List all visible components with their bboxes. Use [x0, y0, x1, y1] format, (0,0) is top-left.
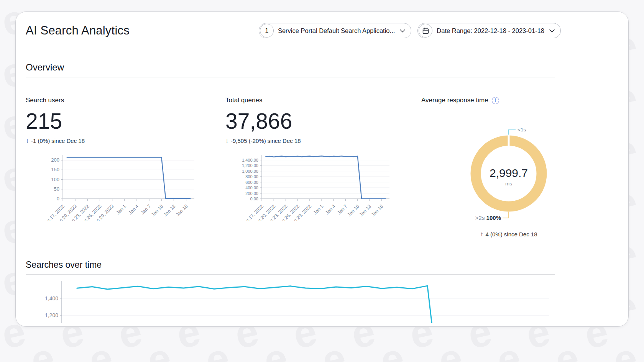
total-queries-delta-text: -9,505 (-20%) since Dec 18	[231, 138, 301, 144]
svg-text:Jan 13: Jan 13	[163, 203, 176, 217]
svg-text:200: 200	[51, 157, 59, 163]
search-application-label: Service Portal Default Search Applicatio…	[278, 27, 395, 34]
svg-text:Jan 4: Jan 4	[128, 203, 140, 216]
svg-text:1,400: 1,400	[45, 295, 58, 301]
svg-text:400.00: 400.00	[245, 185, 258, 190]
svg-text:Jan 1: Jan 1	[312, 203, 325, 216]
section-divider	[26, 274, 555, 275]
searches-over-time-title: Searches over time	[26, 260, 618, 270]
svg-text:2,999.7: 2,999.7	[490, 167, 528, 179]
search-users-trend-chart: 200150100500Dec 17, 2022Dec 20, 2022Dec …	[26, 152, 225, 221]
svg-text:0.00: 0.00	[250, 197, 258, 201]
arrow-up-icon: ↑	[480, 231, 483, 238]
svg-text:Jan 1: Jan 1	[115, 203, 127, 216]
svg-text:150: 150	[51, 167, 59, 172]
svg-text:Jan 10: Jan 10	[150, 203, 164, 217]
total-queries-card: Total queries 37,866 ↓ -9,505 (-20%) sin…	[225, 97, 421, 238]
searches-over-time-chart: 1,4001,200	[26, 278, 555, 323]
svg-text:200.00: 200.00	[245, 191, 258, 196]
avg-response-time-delta-text: 4 (0%) since Dec 18	[485, 231, 537, 238]
search-users-value: 215	[26, 110, 225, 132]
avg-response-time-header: Average response time i	[421, 97, 555, 104]
svg-text:1,200: 1,200	[45, 312, 58, 318]
dashboard-card: AI Search Analytics 1 Service Portal Def…	[15, 11, 629, 327]
svg-text:1,200.00: 1,200.00	[242, 163, 258, 168]
chevron-down-icon	[549, 29, 555, 33]
page-title: AI Search Analytics	[26, 24, 130, 38]
svg-text:>2s 100%: >2s 100%	[475, 215, 501, 221]
svg-text:Jan 10: Jan 10	[346, 203, 360, 217]
arrow-down-icon: ↓	[26, 137, 29, 144]
svg-text:Jan 13: Jan 13	[358, 203, 372, 217]
svg-text:Jan 16: Jan 16	[175, 203, 189, 217]
total-queries-label: Total queries	[225, 97, 421, 104]
overview-section: Overview Search users 215 ↓ -1 (0%) sinc…	[26, 62, 618, 238]
search-users-delta-text: -1 (0%) since Dec 18	[31, 138, 85, 144]
header-filters: 1 Service Portal Default Search Applicat…	[259, 23, 561, 38]
svg-text:1,400.00: 1,400.00	[242, 158, 258, 162]
info-icon[interactable]: i	[492, 97, 499, 104]
avg-response-time-donut-chart: <1s>2s 100%2,999.7ms	[451, 116, 566, 231]
calendar-badge	[419, 24, 432, 38]
avg-response-time-donut-wrap: <1s>2s 100%2,999.7ms	[451, 116, 566, 232]
app-count-badge: 1	[260, 24, 274, 38]
date-range-selector[interactable]: Date Range: 2022-12-18 - 2023-01-18	[417, 23, 561, 38]
arrow-down-icon: ↓	[225, 137, 228, 144]
search-users-delta: ↓ -1 (0%) since Dec 18	[26, 137, 225, 144]
searches-over-time-section: Searches over time 1,4001,200	[26, 260, 618, 323]
search-users-label: Search users	[26, 97, 225, 104]
avg-response-time-label: Average response time	[421, 97, 488, 104]
chevron-down-icon	[400, 29, 405, 33]
date-range-label: Date Range: 2022-12-18 - 2023-01-18	[437, 27, 544, 34]
svg-text:Jan 16: Jan 16	[370, 203, 384, 217]
svg-text:ms: ms	[505, 181, 512, 187]
section-divider	[26, 77, 555, 77]
overview-section-title: Overview	[26, 62, 618, 73]
svg-text:1,000.00: 1,000.00	[242, 169, 258, 174]
search-users-card: Search users 215 ↓ -1 (0%) since Dec 18 …	[26, 97, 225, 238]
svg-text:100: 100	[51, 177, 59, 182]
svg-text:0: 0	[57, 196, 59, 201]
search-application-selector[interactable]: 1 Service Portal Default Search Applicat…	[259, 23, 411, 38]
svg-text:600.00: 600.00	[245, 180, 258, 185]
svg-text:50: 50	[54, 186, 59, 192]
svg-text:800.00: 800.00	[245, 174, 258, 179]
topbar: AI Search Analytics 1 Service Portal Def…	[26, 22, 618, 39]
overview-metrics: Search users 215 ↓ -1 (0%) since Dec 18 …	[26, 97, 555, 238]
avg-response-time-card: Average response time i <1s>2s 100%2,999…	[421, 97, 555, 238]
total-queries-delta: ↓ -9,505 (-20%) since Dec 18	[225, 137, 421, 144]
page: { "page": { "title": "AI Search Analytic…	[0, 0, 644, 362]
calendar-icon	[422, 28, 429, 34]
svg-text:Jan 4: Jan 4	[324, 203, 337, 216]
svg-text:<1s: <1s	[518, 127, 526, 133]
total-queries-trend-chart: 1,400.001,200.001,000.00800.00600.00400.…	[225, 152, 421, 221]
total-queries-value: 37,866	[225, 110, 421, 132]
